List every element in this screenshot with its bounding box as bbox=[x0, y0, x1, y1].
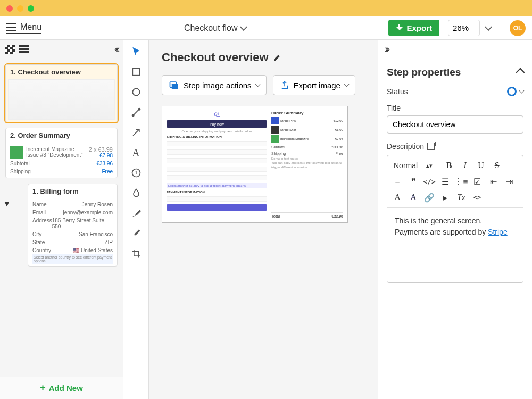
rectangle-tool-icon[interactable] bbox=[130, 65, 143, 78]
canvas-preview-image[interactable]: 🛍 Pay now Or enter your shipping and pay… bbox=[162, 106, 348, 223]
popout-icon[interactable] bbox=[427, 143, 435, 150]
description-label: Description bbox=[387, 142, 424, 151]
number-tool-icon[interactable]: 1 bbox=[130, 167, 143, 179]
text-tool-icon[interactable]: A bbox=[130, 146, 143, 159]
canvas-area: Checkout overview Step image actions Exp… bbox=[149, 40, 378, 399]
collapse-sidebar-icon[interactable]: ‹‹‹ bbox=[114, 44, 118, 55]
status-label: Status bbox=[387, 87, 408, 96]
chevron-down-icon bbox=[344, 82, 350, 87]
step-thumbnail bbox=[8, 79, 115, 120]
maximize-window-icon[interactable] bbox=[28, 5, 34, 12]
sidebar-header: ‹‹‹ bbox=[0, 40, 123, 59]
indent-icon[interactable]: ⇥ bbox=[502, 174, 516, 188]
collapse-section-icon[interactable] bbox=[516, 68, 525, 77]
rich-text-editor: Normal▴▾ B I U S ≡ ❞ </> ☰ ⋮≡ ☑ ⇤ ⇥ A A … bbox=[387, 155, 523, 283]
text-color-icon[interactable]: A bbox=[390, 190, 404, 204]
canvas-title: Checkout overview bbox=[162, 51, 365, 64]
step-card-order-summary[interactable]: 2. Order Summary Increment MagazineIssue… bbox=[5, 128, 118, 178]
editor-toolbar: Normal▴▾ B I U S ≡ ❞ </> ☰ ⋮≡ ☑ ⇤ ⇥ A A … bbox=[387, 155, 523, 208]
format-dropdown[interactable]: Normal▴▾ bbox=[390, 159, 436, 172]
chevron-down-icon bbox=[519, 88, 525, 94]
export-icon bbox=[280, 80, 289, 90]
edit-title-icon[interactable] bbox=[273, 53, 281, 62]
add-new-button[interactable]: + Add New bbox=[0, 377, 123, 399]
bold-icon[interactable]: B bbox=[442, 159, 456, 172]
chevron-down-icon bbox=[239, 23, 247, 30]
underline-icon[interactable]: U bbox=[474, 159, 488, 172]
close-window-icon[interactable] bbox=[6, 5, 13, 12]
top-bar: Menu Checkout flow Export OL bbox=[0, 16, 532, 40]
export-button[interactable]: Export bbox=[388, 20, 439, 36]
line-tool-icon[interactable] bbox=[130, 106, 143, 119]
pointer-tool-icon[interactable] bbox=[130, 45, 143, 58]
brush-tool-icon[interactable] bbox=[130, 207, 143, 220]
flow-title-text: Checkout flow bbox=[184, 23, 238, 33]
clear-format-icon[interactable]: Tx bbox=[454, 190, 468, 204]
circle-tool-icon[interactable] bbox=[130, 86, 143, 98]
status-ring-icon bbox=[507, 87, 517, 96]
zoom-dropdown[interactable] bbox=[482, 20, 495, 37]
image-actions-icon bbox=[169, 80, 179, 90]
ordered-list-icon[interactable]: ☰ bbox=[438, 174, 452, 188]
title-input[interactable] bbox=[387, 115, 523, 134]
crop-tool-icon[interactable] bbox=[130, 247, 143, 260]
export-label: Export bbox=[406, 23, 432, 32]
status-dropdown[interactable] bbox=[507, 87, 523, 96]
highlighter-tool-icon[interactable] bbox=[130, 227, 143, 240]
svg-point-3 bbox=[138, 109, 140, 110]
list-view-icon[interactable] bbox=[19, 45, 29, 54]
strikethrough-icon[interactable]: S bbox=[490, 159, 504, 172]
checklist-icon[interactable]: ☑ bbox=[470, 174, 484, 188]
menu-label: Menu bbox=[20, 22, 41, 32]
align-icon[interactable]: ≡ bbox=[390, 174, 404, 188]
svg-point-1 bbox=[132, 88, 139, 95]
expand-panel-icon[interactable]: ››› bbox=[385, 44, 388, 55]
step-card-billing-form[interactable]: 1. Billing form NameJenny Rosen Emailjen… bbox=[28, 184, 118, 267]
editor-content[interactable]: This is the general screen. Payments are… bbox=[387, 208, 523, 282]
chevron-down-icon bbox=[255, 82, 260, 87]
user-avatar[interactable]: OL bbox=[510, 20, 526, 36]
highlight-icon[interactable]: A bbox=[406, 190, 420, 204]
tool-strip: A 1 bbox=[123, 40, 149, 399]
menu-button[interactable]: Menu bbox=[6, 22, 41, 34]
zoom-input[interactable] bbox=[448, 20, 480, 36]
download-icon bbox=[396, 24, 403, 32]
zoom-control bbox=[448, 20, 495, 37]
properties-panel: ››› Step properties Status Title Descrip… bbox=[378, 40, 532, 399]
export-image-button[interactable]: Export image bbox=[273, 75, 355, 95]
embed-icon[interactable]: <> bbox=[470, 190, 484, 204]
window-titlebar bbox=[0, 0, 532, 16]
svg-point-2 bbox=[132, 114, 134, 116]
pay-button-preview bbox=[167, 204, 267, 211]
minimize-window-icon[interactable] bbox=[17, 5, 23, 12]
panel-title: Step properties bbox=[387, 66, 461, 78]
grid-view-icon[interactable] bbox=[5, 45, 15, 54]
italic-icon[interactable]: I bbox=[458, 159, 472, 172]
hamburger-icon bbox=[6, 23, 16, 31]
bullet-list-icon[interactable]: ⋮≡ bbox=[454, 174, 468, 188]
chevron-down-icon bbox=[485, 23, 492, 30]
plus-icon: + bbox=[40, 383, 46, 394]
quote-icon[interactable]: ❞ bbox=[406, 174, 420, 188]
step-image-actions-button[interactable]: Step image actions bbox=[162, 75, 267, 95]
step-card-checkout-overview[interactable]: 1. Checkout overview bbox=[5, 64, 118, 122]
steps-sidebar: ‹‹‹ 1. Checkout overview 2. Order Summar… bbox=[0, 40, 123, 399]
svg-rect-0 bbox=[132, 68, 139, 75]
blur-tool-icon[interactable] bbox=[130, 187, 143, 200]
arrow-tool-icon[interactable] bbox=[130, 126, 143, 139]
tree-collapse-icon[interactable]: ▼ bbox=[3, 200, 11, 208]
svg-rect-7 bbox=[172, 84, 178, 89]
title-label: Title bbox=[387, 104, 523, 112]
svg-text:1: 1 bbox=[135, 170, 137, 176]
outdent-icon[interactable]: ⇤ bbox=[486, 174, 500, 188]
product-thumb-icon bbox=[10, 146, 23, 159]
link-icon[interactable]: 🔗 bbox=[422, 190, 436, 204]
code-icon[interactable]: </> bbox=[422, 174, 436, 188]
flow-title-dropdown[interactable]: Checkout flow bbox=[184, 23, 246, 33]
stripe-link[interactable]: Stripe bbox=[488, 228, 508, 236]
video-icon[interactable]: ▸ bbox=[438, 190, 452, 204]
